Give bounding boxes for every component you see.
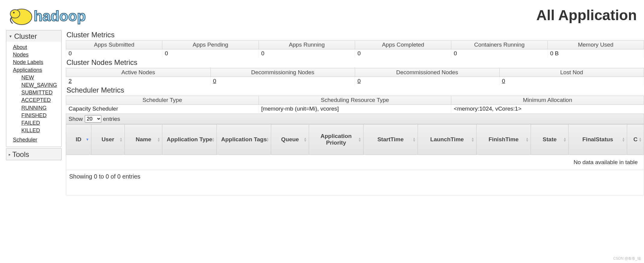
dt-length-suffix: entries — [103, 116, 120, 122]
sidebar-link-about[interactable]: About — [13, 44, 61, 51]
sidebar-link-appstate[interactable]: FAILED — [21, 119, 61, 127]
dt-col-header[interactable]: Application Type▲▼ — [162, 124, 217, 155]
metrics-col-header: Scheduling Resource Type — [259, 96, 451, 105]
metrics-cell: 0 B — [547, 49, 644, 58]
sidebar-section-label: Tools — [12, 150, 29, 159]
svg-point-1 — [10, 10, 20, 18]
sidebar-link-appstate[interactable]: NEW — [21, 74, 61, 81]
dt-col-header[interactable]: StartTime▲▼ — [363, 124, 418, 155]
sidebar-link-appstate[interactable]: KILLED — [21, 127, 61, 134]
sort-both-icon: ▲▼ — [412, 137, 416, 142]
sort-both-icon: ▲▼ — [157, 137, 160, 142]
metrics-col-header: Decommissioned Nodes — [355, 68, 500, 77]
sort-both-icon: ▲▼ — [639, 137, 642, 142]
dt-col-header[interactable]: User▲▼ — [91, 124, 124, 155]
metrics-cell: 0 — [355, 49, 451, 58]
hadoop-logo: hadoop — [6, 3, 105, 27]
metrics-cell: 0 — [210, 77, 355, 86]
metrics-cell: 2 — [66, 77, 211, 86]
dt-col-header[interactable]: FinalStatus▲▼ — [569, 124, 627, 155]
metrics-link[interactable]: 2 — [69, 78, 72, 84]
metrics-col-header: Lost Nod — [499, 68, 644, 77]
dt-col-header[interactable]: Application Tags▲▼ — [217, 124, 271, 155]
sort-both-icon: ▲▼ — [526, 137, 529, 142]
metrics-cell: 0 — [259, 49, 355, 58]
metrics-cell: 0 — [162, 49, 259, 58]
dt-col-header[interactable]: C▲▼ — [627, 124, 644, 155]
cluster-metrics-table: Apps SubmittedApps PendingApps RunningAp… — [66, 40, 644, 58]
metrics-link[interactable]: 0 — [502, 78, 505, 84]
metrics-cell: Capacity Scheduler — [66, 105, 259, 113]
dt-col-header[interactable]: Application Priority▲▼ — [309, 124, 363, 155]
sort-both-icon: ▲▼ — [119, 137, 123, 142]
metrics-col-header: Containers Running — [451, 41, 547, 49]
sidebar-link-appstate[interactable]: ACCEPTED — [21, 96, 61, 104]
dt-info: Showing 0 to 0 of 0 entries — [66, 170, 644, 195]
sort-desc-icon: ▼ — [86, 137, 89, 142]
metrics-col-header: Scheduler Type — [66, 96, 259, 105]
sidebar-link-scheduler[interactable]: Scheduler — [13, 136, 61, 144]
metrics-col-header: Decommissioning Nodes — [210, 68, 355, 77]
dt-empty-message: No data available in table — [66, 155, 644, 170]
sort-both-icon: ▲▼ — [266, 137, 269, 142]
sort-both-icon: ▲▼ — [358, 137, 361, 142]
sidebar-section-label: Cluster — [14, 32, 37, 41]
sidebar-link-appstate[interactable]: SUBMITTED — [21, 89, 61, 96]
page-title: All Application — [105, 7, 638, 23]
dt-col-header[interactable]: FinishTime▲▼ — [476, 124, 531, 155]
metrics-col-header: Memory Used — [547, 41, 644, 49]
metrics-cell: 0 — [451, 49, 547, 58]
sidebar-link-appstate[interactable]: FINISHED — [21, 112, 61, 119]
dt-col-header[interactable]: Name▲▼ — [124, 124, 162, 155]
sidebar-section-tools[interactable]: ▸ Tools — [6, 148, 61, 160]
dt-col-header[interactable]: Queue▲▼ — [271, 124, 309, 155]
metrics-col-header: Apps Pending — [162, 41, 259, 49]
sort-both-icon: ▲▼ — [471, 137, 474, 142]
sort-both-icon: ▲▼ — [304, 137, 307, 142]
sidebar-section-cluster[interactable]: ▼ Cluster — [6, 30, 61, 42]
metrics-cell: 0 — [499, 77, 644, 86]
caret-down-icon: ▼ — [9, 34, 12, 38]
scheduler-metrics-table: Scheduler TypeScheduling Resource TypeMi… — [66, 96, 644, 113]
metrics-col-header: Apps Submitted — [66, 41, 162, 49]
metrics-col-header: Active Nodes — [66, 68, 211, 77]
sidebar: ▼ Cluster About Nodes Node Labels Applic… — [6, 30, 62, 161]
dt-col-header[interactable]: LaunchTime▲▼ — [418, 124, 476, 155]
caret-right-icon: ▸ — [9, 152, 11, 157]
applications-table: ID▼User▲▼Name▲▼Application Type▲▼Applica… — [66, 124, 644, 170]
sidebar-link-node-labels[interactable]: Node Labels — [13, 59, 61, 66]
sidebar-link-applications[interactable]: Applications — [13, 66, 61, 74]
sidebar-link-nodes[interactable]: Nodes — [13, 51, 61, 59]
metrics-cell: 0 — [355, 77, 500, 86]
metrics-cell: 0 — [66, 49, 162, 58]
metrics-cell: [memory-mb (unit=Mi), vcores] — [259, 105, 451, 113]
sort-both-icon: ▲▼ — [563, 137, 566, 142]
metrics-col-header: Minimum Allocation — [451, 96, 644, 105]
sidebar-link-appstate[interactable]: RUNNING — [21, 104, 61, 112]
dt-col-header[interactable]: ID▼ — [66, 124, 91, 155]
dt-length-select[interactable]: 102050100 — [85, 115, 101, 123]
cluster-nodes-table: Active NodesDecommissioning NodesDecommi… — [66, 68, 644, 85]
section-title-cluster-metrics: Cluster Metrics — [66, 31, 644, 39]
section-title-scheduler: Scheduler Metrics — [66, 86, 644, 94]
dt-col-header[interactable]: State▲▼ — [531, 124, 568, 155]
sort-both-icon: ▲▼ — [622, 137, 625, 142]
sidebar-link-appstate[interactable]: NEW_SAVING — [21, 81, 61, 89]
section-title-cluster-nodes: Cluster Nodes Metrics — [66, 58, 644, 67]
metrics-link[interactable]: 0 — [357, 78, 361, 84]
sort-both-icon: ▲▼ — [211, 137, 215, 142]
metrics-link[interactable]: 0 — [213, 78, 216, 84]
dt-length-prefix: Show — [69, 116, 83, 122]
metrics-col-header: Apps Completed — [355, 41, 451, 49]
metrics-col-header: Apps Running — [259, 41, 355, 49]
svg-text:hadoop: hadoop — [34, 8, 86, 24]
svg-point-2 — [13, 12, 15, 14]
metrics-cell: <memory:1024, vCores:1> — [451, 105, 644, 113]
